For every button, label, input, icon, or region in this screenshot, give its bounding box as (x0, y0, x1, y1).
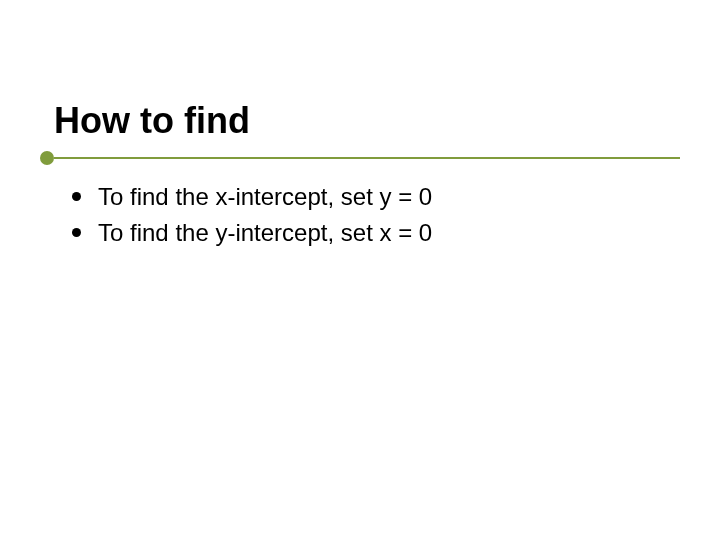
bullet-text: To find the y-intercept, set x = 0 (98, 219, 432, 246)
circle-icon (40, 151, 54, 165)
horizontal-rule (54, 157, 680, 159)
slide-title: How to find (54, 100, 250, 142)
slide: How to find To find the x-intercept, set… (0, 0, 720, 540)
title-underline (40, 148, 680, 168)
slide-body: To find the x-intercept, set y = 0 To fi… (66, 180, 666, 252)
list-item: To find the y-intercept, set x = 0 (66, 216, 666, 250)
bullet-text: To find the x-intercept, set y = 0 (98, 183, 432, 210)
list-item: To find the x-intercept, set y = 0 (66, 180, 666, 214)
bullet-list: To find the x-intercept, set y = 0 To fi… (66, 180, 666, 250)
